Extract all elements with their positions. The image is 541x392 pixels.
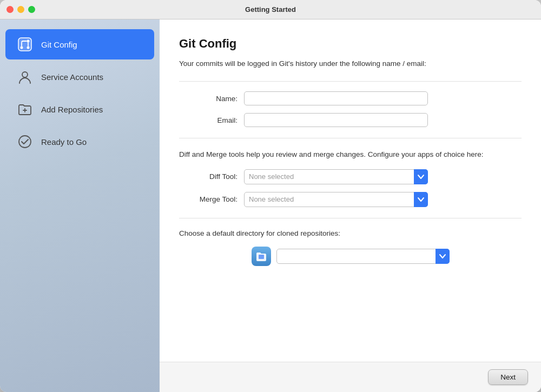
name-email-section: Name: Email: <box>179 81 522 127</box>
email-label: Email: <box>179 116 244 124</box>
page-title: Git Config <box>179 37 522 51</box>
main-content: Git Config Your commits will be logged i… <box>160 19 541 392</box>
diff-tool-select[interactable]: None selected <box>244 169 428 184</box>
window: Getting Started Git Confi <box>0 0 541 392</box>
sidebar-item-git-config[interactable]: Git Config <box>5 29 154 59</box>
svg-point-9 <box>19 136 31 148</box>
email-input[interactable] <box>244 113 428 127</box>
dir-path-wrapper <box>276 249 450 264</box>
next-button[interactable]: Next <box>488 369 528 385</box>
title-bar: Getting Started <box>0 0 541 19</box>
diff-tool-row: Diff Tool: None selected <box>179 169 522 184</box>
sidebar-item-git-config-label: Git Config <box>41 40 77 49</box>
sidebar-item-service-accounts[interactable]: Service Accounts <box>5 62 154 92</box>
minimize-button[interactable] <box>17 6 24 13</box>
dir-path-select[interactable] <box>276 249 450 264</box>
svg-point-1 <box>21 46 23 49</box>
dir-row <box>179 247 522 266</box>
window-controls <box>6 6 35 13</box>
svg-rect-0 <box>18 38 31 51</box>
svg-point-2 <box>27 40 30 43</box>
diff-description: Diff and Merge tools help you review and… <box>179 149 522 160</box>
folder-plus-icon <box>16 101 34 118</box>
merge-tool-select[interactable]: None selected <box>244 192 428 207</box>
directory-section: Choose a default directory for cloned re… <box>179 218 522 266</box>
merge-tool-row: Merge Tool: None selected <box>179 192 522 207</box>
sidebar-item-ready-to-go[interactable]: Ready to Go <box>5 127 154 157</box>
main-inner: Git Config Your commits will be logged i… <box>160 19 541 362</box>
content-area: Git Config Service Accounts <box>0 19 541 392</box>
svg-point-6 <box>22 72 28 77</box>
email-row: Email: <box>179 113 522 127</box>
diff-tool-wrapper: None selected <box>244 169 428 184</box>
dir-description: Choose a default directory for cloned re… <box>179 218 522 239</box>
checkmark-icon <box>16 133 34 150</box>
footer: Next <box>160 362 541 392</box>
divider-1 <box>179 138 522 138</box>
git-icon <box>16 36 34 53</box>
name-label: Name: <box>179 95 244 103</box>
name-input[interactable] <box>244 91 428 105</box>
sidebar-item-ready-to-go-label: Ready to Go <box>41 137 87 147</box>
diff-tool-label: Diff Tool: <box>179 172 244 181</box>
merge-tool-label: Merge Tool: <box>179 195 244 203</box>
window-title: Getting Started <box>245 5 296 14</box>
sidebar: Git Config Service Accounts <box>0 19 160 392</box>
sidebar-item-add-repositories[interactable]: Add Repositories <box>5 94 154 124</box>
person-icon <box>16 68 34 85</box>
name-row: Name: <box>179 91 522 105</box>
maximize-button[interactable] <box>28 6 35 13</box>
merge-tool-wrapper: None selected <box>244 192 428 207</box>
svg-rect-10 <box>259 255 264 259</box>
dir-browse-button[interactable] <box>252 247 271 266</box>
main-description: Your commits will be logged in Git's his… <box>179 58 522 69</box>
sidebar-item-add-repositories-label: Add Repositories <box>41 105 103 114</box>
close-button[interactable] <box>6 6 14 13</box>
svg-point-3 <box>27 46 30 49</box>
sidebar-item-service-accounts-label: Service Accounts <box>41 72 103 82</box>
